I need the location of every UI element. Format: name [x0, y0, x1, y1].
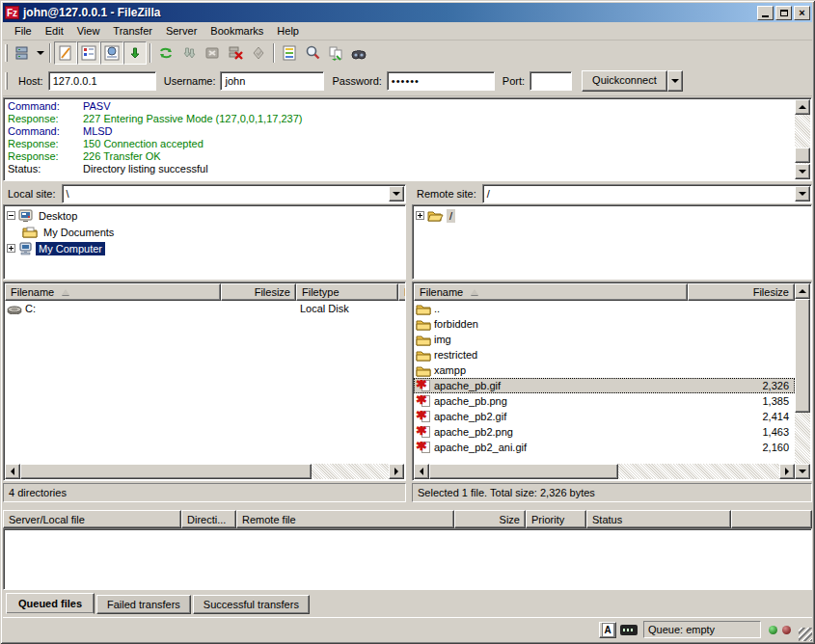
scroll-right-icon[interactable] — [389, 464, 404, 479]
toggle-local-tree-icon[interactable] — [77, 41, 100, 65]
tab-queued-files[interactable]: Queued files — [6, 593, 95, 614]
toggle-queue-icon[interactable] — [123, 41, 147, 65]
scroll-left-icon[interactable] — [414, 464, 429, 479]
local-list-header: Filename Filesize Filetype L — [5, 283, 404, 301]
toggle-log-icon[interactable] — [54, 41, 77, 65]
reconnect-icon[interactable] — [247, 41, 270, 65]
expand-icon[interactable] — [7, 244, 15, 253]
scroll-right-icon[interactable] — [779, 464, 795, 479]
file-row-c-drive[interactable]: C: Local Disk — [5, 301, 404, 316]
quickconnect-dropdown-icon[interactable] — [667, 70, 683, 92]
maximize-button[interactable] — [775, 6, 792, 20]
tree-label[interactable]: Desktop — [36, 209, 80, 223]
column-status[interactable]: Status — [586, 510, 731, 528]
file-row[interactable]: img — [414, 332, 795, 347]
column-filetype[interactable]: Filetype — [296, 283, 398, 301]
local-horizontal-scrollbar[interactable] — [5, 464, 404, 479]
filter-icon[interactable] — [278, 41, 301, 65]
toggle-remote-tree-icon[interactable] — [100, 41, 123, 65]
speed-limits-icon[interactable] — [620, 625, 638, 635]
tab-failed-transfers[interactable]: Failed transfers — [96, 595, 191, 614]
remote-site-value[interactable]: / — [483, 185, 794, 202]
file-row[interactable]: restricted — [414, 347, 795, 362]
log-scrollbar[interactable] — [795, 99, 810, 179]
combo-dropdown-icon[interactable] — [795, 186, 810, 201]
tree-label[interactable]: / — [447, 209, 455, 223]
host-input[interactable]: 127.0.0.1 — [48, 71, 156, 91]
file-row[interactable]: forbidden — [414, 316, 795, 332]
transfer-type-icon[interactable]: A — [599, 622, 616, 638]
column-size[interactable]: Size — [454, 510, 526, 528]
queue-list[interactable] — [3, 528, 812, 590]
column-filesize[interactable]: Filesize — [688, 283, 795, 301]
toolbar-gripper[interactable] — [5, 44, 8, 62]
column-priority[interactable]: Priority — [526, 510, 586, 528]
column-filesize[interactable]: Filesize — [221, 283, 296, 301]
file-row[interactable]: ✱apache_pb2.gif 2,414 — [414, 409, 795, 424]
tree-item-my-computer[interactable]: My Computer — [7, 240, 405, 256]
column-remote-file[interactable]: Remote file — [236, 510, 454, 528]
remote-horizontal-scrollbar[interactable] — [414, 464, 795, 479]
quickbar-gripper[interactable] — [5, 72, 8, 90]
synchronized-browsing-icon[interactable] — [324, 41, 347, 65]
password-input[interactable]: •••••• — [387, 71, 495, 91]
column-direction[interactable]: Directi... — [181, 510, 236, 528]
menu-transfer[interactable]: Transfer — [106, 23, 159, 39]
column-filename[interactable]: Filename — [5, 283, 221, 301]
expand-icon[interactable] — [416, 211, 424, 220]
column-server-local-file[interactable]: Server/Local file — [3, 510, 181, 528]
collapse-icon[interactable] — [7, 211, 15, 220]
combo-dropdown-icon[interactable] — [389, 186, 404, 201]
tree-item-root[interactable]: / — [416, 207, 811, 224]
local-site-value[interactable]: \ — [63, 185, 388, 202]
tree-label[interactable]: My Documents — [41, 226, 117, 239]
window-title: john@127.0.0.1 - FileZilla — [23, 6, 755, 19]
scroll-thumb[interactable] — [795, 148, 810, 163]
close-button[interactable]: × — [794, 6, 810, 20]
file-row[interactable]: ✱apache_pb2.png 1,463 — [414, 424, 795, 440]
file-row[interactable]: xampp — [414, 362, 795, 378]
column-filename[interactable]: Filename — [414, 283, 688, 301]
menu-file[interactable]: File — [8, 23, 39, 39]
site-manager-dropdown-icon[interactable] — [34, 41, 46, 65]
resize-grip[interactable] — [799, 628, 812, 641]
scroll-left-icon[interactable] — [5, 464, 20, 479]
local-site-combobox[interactable]: \ — [62, 184, 406, 203]
tree-label[interactable]: My Computer — [36, 242, 105, 255]
port-label: Port: — [503, 75, 525, 87]
scroll-up-icon[interactable] — [795, 99, 810, 115]
cancel-icon[interactable] — [201, 41, 224, 65]
directory-comparison-icon[interactable] — [301, 41, 324, 65]
port-input[interactable] — [530, 71, 572, 91]
refresh-icon[interactable] — [154, 41, 177, 65]
site-manager-icon[interactable] — [11, 41, 34, 65]
disconnect-icon[interactable] — [224, 41, 247, 65]
file-row[interactable]: ✱apache_pb2_ani.gif 2,160 — [414, 440, 795, 455]
scroll-thumb[interactable] — [795, 299, 810, 413]
file-row[interactable]: .. — [414, 301, 795, 316]
menu-help[interactable]: Help — [270, 23, 306, 39]
scroll-down-icon[interactable] — [795, 464, 810, 479]
file-row-selected[interactable]: ✱apache_pb.gif 2,326 — [414, 378, 795, 393]
menu-view[interactable]: View — [70, 23, 107, 39]
remote-vertical-scrollbar[interactable] — [795, 283, 810, 479]
title-bar[interactable]: Fz john@127.0.0.1 - FileZilla × — [3, 3, 812, 22]
scroll-thumb[interactable] — [20, 464, 312, 479]
file-row[interactable]: ✱apache_pb.png 1,385 — [414, 393, 795, 409]
scroll-up-icon[interactable] — [795, 283, 810, 299]
tree-item-desktop[interactable]: Desktop — [7, 207, 405, 224]
tab-successful-transfers[interactable]: Successful transfers — [193, 595, 310, 614]
remote-site-combobox[interactable]: / — [482, 184, 812, 203]
menu-bookmarks[interactable]: Bookmarks — [204, 23, 270, 39]
scroll-down-icon[interactable] — [795, 164, 810, 179]
minimize-button[interactable] — [757, 6, 774, 20]
scroll-thumb[interactable] — [429, 464, 618, 479]
username-input[interactable]: john — [220, 71, 324, 91]
menu-server[interactable]: Server — [159, 23, 204, 39]
find-files-icon[interactable] — [347, 41, 370, 65]
tree-item-my-documents[interactable]: My Documents — [7, 224, 405, 240]
menu-edit[interactable]: Edit — [39, 23, 70, 39]
column-last-modified[interactable]: L — [398, 283, 406, 301]
process-queue-icon[interactable] — [177, 41, 201, 65]
quickconnect-button[interactable]: Quickconnect — [582, 70, 667, 92]
